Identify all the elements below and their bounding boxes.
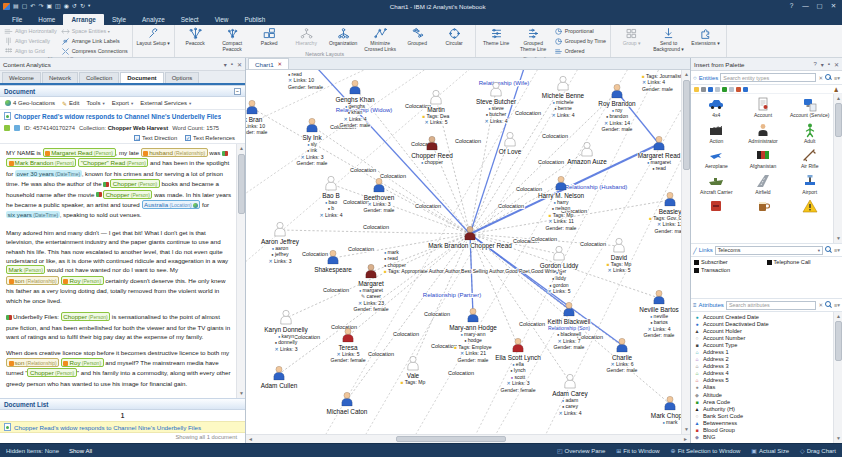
- attribute-bank-sort-code[interactable]: ○Bank Sort Code: [694, 412, 833, 419]
- attribute-account-holder[interactable]: ▲Account Holder: [694, 327, 833, 334]
- link-label-colocation[interactable]: Colocation: [531, 236, 557, 242]
- chart-horizontal-scrollbar[interactable]: ◄ ►: [246, 434, 690, 443]
- link-type-transaction[interactable]: Transaction: [694, 267, 767, 273]
- ribbon-button-peacock[interactable]: Peacock: [177, 26, 214, 47]
- print-icon[interactable]: ◫: [55, 3, 61, 9]
- attribute-account-type[interactable]: ■Account Type: [694, 341, 833, 348]
- menu-icon[interactable]: ≡▾: [834, 75, 840, 81]
- scroll-right-icon[interactable]: ►: [681, 435, 690, 444]
- link-label-colocation[interactable]: Colocation: [363, 224, 389, 230]
- entity-person[interactable]: Margaret Read (Person): [43, 148, 116, 157]
- link-label-colocation[interactable]: Colocation: [350, 167, 376, 173]
- menu-icon[interactable]: ≡▾: [834, 247, 840, 253]
- chart-node-beethoven[interactable]: Beethoven✕ Links: 3Gender: male: [364, 178, 395, 213]
- chart-node-adam-carey[interactable]: Adam Carey● adam● carey✕ Links: 4: [552, 374, 588, 415]
- tools-menu[interactable]: Tools▾: [86, 100, 104, 106]
- ribbon-button-grouped[interactable]: Grouped: [399, 26, 436, 47]
- menu-icon[interactable]: ≡▾: [834, 302, 840, 308]
- text-direction-toggle[interactable]: ↔Text Direction: [134, 135, 177, 141]
- statusbar-actual-size[interactable]: ▣Actual Size: [751, 447, 789, 454]
- chart-node-maryann-hodge[interactable]: Mary-ann Hodge● mary-ann● hodge■ Tags: E…: [449, 308, 497, 363]
- statusbar-fit-to-window[interactable]: ⊞Fit to Window: [616, 447, 659, 454]
- document-scrollbar[interactable]: ▲ ▼: [236, 144, 245, 398]
- entity-person[interactable]: Chopper (Person): [103, 190, 152, 199]
- save-icon[interactable]: ▣: [46, 3, 52, 9]
- attribute-address-4[interactable]: ⌂Address 4: [694, 370, 833, 377]
- ribbon-button-layout-setup[interactable]: Layout Setup ▾: [135, 26, 172, 47]
- statusbar-overview-pane[interactable]: ◰Overview Pane: [557, 447, 605, 454]
- chart-node-keith-blackwell[interactable]: Keith BlackwellRelationship (Son)● black…: [548, 302, 591, 350]
- chart-node-journalist-frag[interactable]: ■ Tags: Journalist✕ Links: 4Gender: male: [642, 73, 681, 92]
- palette-scrollbar[interactable]: ▲ ▼: [833, 94, 842, 243]
- attribute-address-5[interactable]: ⌂Address 5: [694, 377, 833, 384]
- palette-entity-airfield[interactable]: Airfield: [740, 173, 787, 196]
- chart-node-amazon-auze[interactable]: Amazon Auze: [567, 142, 607, 164]
- palette-entity-action[interactable]: Action: [693, 122, 740, 145]
- link-label-colocation[interactable]: Colocation: [424, 311, 450, 317]
- attribute-betweenness[interactable]: ▲Betweenness: [694, 419, 833, 426]
- ribbon-button-compact-peacock[interactable]: Compact Peacock: [214, 26, 251, 52]
- export-menu[interactable]: Export▾: [112, 100, 134, 106]
- link-label-colocation[interactable]: Colocation: [515, 110, 541, 116]
- ribbon-button-circular[interactable]: Circular: [436, 26, 473, 47]
- palette-entity-alert[interactable]: [693, 198, 740, 215]
- link-type-subscriber[interactable]: Subscriber: [694, 259, 767, 265]
- chart-node-adam-cullen[interactable]: Adam Cullen: [261, 366, 298, 388]
- ribbon-button-compress-connections[interactable]: Compress Connections: [61, 47, 128, 56]
- panel-help-icon[interactable]: ?: [813, 61, 816, 67]
- scroll-thumb[interactable]: [835, 103, 842, 137]
- link-label-colocation[interactable]: Colocation: [498, 203, 524, 209]
- ribbon-button-send-to-background[interactable]: Send to Background ▾: [650, 26, 687, 52]
- ribbon-tab-file[interactable]: File: [4, 14, 30, 26]
- attribute-alias[interactable]: ●Alias: [694, 384, 833, 391]
- link-palette-select[interactable]: Telecoms▾: [715, 246, 823, 255]
- link-label-colocation[interactable]: Colocation: [331, 324, 357, 330]
- tab-options[interactable]: Options: [165, 72, 200, 83]
- chart-node-sly-ink[interactable]: Sly Ink● sly● ink✕ Links: 3Gender: male: [297, 118, 328, 166]
- show-all-button[interactable]: Show All: [69, 448, 92, 454]
- text-reference-icon[interactable]: [222, 151, 228, 156]
- palette-filter-icon[interactable]: [736, 87, 741, 92]
- chart-vertical-scrollbar[interactable]: ▲ ▼: [681, 70, 690, 434]
- panel-close-icon[interactable]: ✕: [237, 61, 242, 68]
- ribbon-button-packed[interactable]: Packed: [251, 26, 288, 47]
- chart-node-karyn-donnelly[interactable]: Karyn Donnelly● karyn● donnelly✕ Links: …: [264, 310, 308, 351]
- chart-node-teresa[interactable]: Teresa✕ Links: 5Gender: female: [330, 328, 365, 363]
- ribbon-button-minimize-crossed-links[interactable]: Minimize Crossed Links: [362, 26, 399, 52]
- attribute-area-code[interactable]: ■Area Code: [694, 398, 833, 405]
- palette-entity-account[interactable]: Account: [740, 96, 787, 119]
- text-reference-icon[interactable]: [6, 315, 12, 320]
- entity-person[interactable]: Roy (Person): [61, 358, 104, 367]
- link-label-colocation[interactable]: Colocation: [393, 331, 419, 337]
- entity-date[interactable]: six years (DateTime): [6, 211, 60, 218]
- ribbon-tab-home[interactable]: Home: [30, 14, 63, 26]
- link-label-colocation[interactable]: Colocation: [431, 343, 457, 349]
- palette-filter-icon[interactable]: [722, 87, 727, 92]
- attribute-account-created-date[interactable]: ●Account Created Date: [694, 313, 833, 320]
- scroll-thumb[interactable]: [683, 80, 690, 170]
- search-icon[interactable]: [825, 301, 832, 309]
- text-reference-icon[interactable]: [103, 182, 109, 187]
- document-list-item[interactable]: Chopper Read's widow responds to Channel…: [0, 421, 245, 433]
- link-label-colocation[interactable]: Colocation: [448, 370, 474, 376]
- chart-canvas[interactable]: ColocationColocationColocationColocation…: [246, 70, 681, 434]
- palette-filter-icon[interactable]: [708, 87, 713, 92]
- scroll-up-icon[interactable]: ▲: [682, 70, 691, 79]
- link-label-colocation[interactable]: Colocation: [415, 203, 441, 209]
- palette-entity-aeroplane[interactable]: Aeroplane: [693, 147, 740, 170]
- close-button[interactable]: ✕: [827, 2, 840, 10]
- chart-node-steve-butcher[interactable]: Steve Butcher● steve● butcher✕ Links: 4: [476, 82, 517, 123]
- palette-entity-administrator[interactable]: Administrator: [740, 122, 787, 145]
- statusbar-fit-selection-to-window[interactable]: ⊕Fit Selection to Window: [671, 447, 741, 454]
- ribbon-button-arrange-link-labels[interactable]: Arrange Link Labels: [61, 37, 128, 46]
- link-type-telephone-call[interactable]: Telephone Call: [767, 259, 840, 265]
- tab-welcome[interactable]: Welcome: [2, 72, 41, 83]
- document-title-link[interactable]: Chopper Read's widow responds to Channel…: [14, 113, 221, 120]
- text-reference-icon[interactable]: [96, 192, 102, 197]
- link-label-colocation[interactable]: Colocation: [519, 321, 545, 327]
- attribute-blood-group[interactable]: ■Blood Group: [694, 427, 833, 434]
- ribbon-button-grouped-theme-line[interactable]: Grouped Theme Line: [515, 26, 552, 52]
- ribbon-button-hierarchy[interactable]: Hierarchy: [288, 26, 325, 47]
- ribbon-button-proportional[interactable]: Proportional: [554, 27, 606, 36]
- redo-icon[interactable]: ↷: [38, 3, 43, 9]
